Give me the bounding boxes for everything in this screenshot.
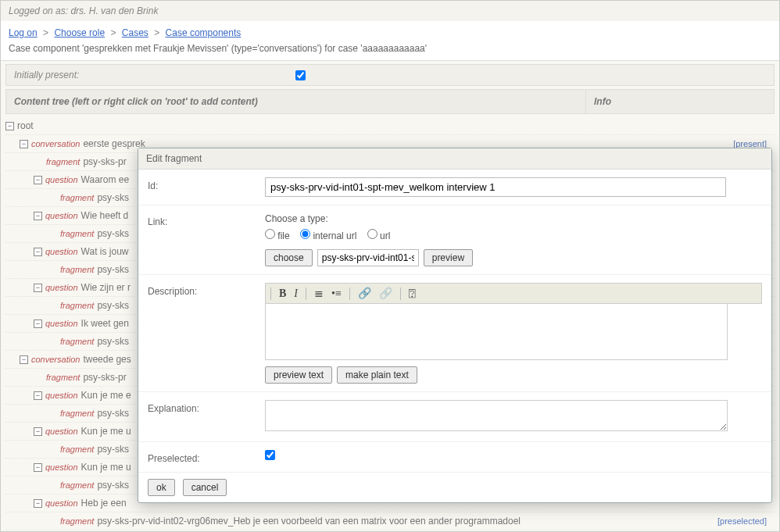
link-value-input[interactable] xyxy=(317,249,419,266)
bc-choose-role[interactable]: Choose role xyxy=(54,27,105,38)
dialog-title: Edit fragment xyxy=(138,148,771,170)
unlink-icon[interactable]: 🔗 xyxy=(379,287,392,300)
italic-icon[interactable]: I xyxy=(294,287,298,300)
description-editor[interactable] xyxy=(265,304,728,360)
collapse-icon[interactable]: − xyxy=(34,427,42,436)
preselected-label: Preselected: xyxy=(148,450,265,464)
collapse-icon[interactable]: − xyxy=(34,212,42,220)
page-subtitle: Case component 'gesprekken met Fraukje M… xyxy=(1,41,779,61)
info-badge: [preselected] xyxy=(717,516,775,526)
form-row-link: Link: Choose a type: file internal url u… xyxy=(138,205,771,275)
collapse-icon[interactable]: − xyxy=(34,248,42,256)
link-label: Link: xyxy=(148,213,265,227)
radio-url-label[interactable]: url xyxy=(367,230,391,241)
form-row-id: Id: xyxy=(138,170,771,205)
form-row-explanation: Explanation: xyxy=(138,392,771,442)
ordered-list-icon[interactable]: ≣ xyxy=(314,287,324,300)
collapse-icon[interactable]: − xyxy=(5,122,14,130)
dialog-button-row: ok cancel xyxy=(138,473,771,502)
bc-cases[interactable]: Cases xyxy=(122,27,148,38)
bc-sep: > xyxy=(43,27,48,38)
explanation-label: Explanation: xyxy=(148,400,265,414)
collapse-icon[interactable]: − xyxy=(34,499,42,508)
bc-case-components[interactable]: Case components xyxy=(166,27,242,38)
form-row-preselected: Preselected: xyxy=(138,442,771,473)
toolbar-sep xyxy=(349,287,350,300)
toolbar-sep xyxy=(270,287,271,300)
toolbar-sep xyxy=(400,287,401,300)
preselected-checkbox[interactable] xyxy=(265,450,275,460)
bc-sep: > xyxy=(154,27,159,38)
collapse-icon[interactable]: − xyxy=(34,176,42,184)
choose-type-label: Choose a type: xyxy=(265,213,762,224)
collapse-icon[interactable]: − xyxy=(34,463,42,472)
make-plain-text-button[interactable]: make plain text xyxy=(337,366,417,384)
tree-root[interactable]: − root xyxy=(5,117,775,135)
bc-sep: > xyxy=(110,27,116,38)
description-label: Description: xyxy=(148,283,265,297)
collapse-icon[interactable]: − xyxy=(34,284,42,292)
login-status: Logged on as: drs. H. van den Brink xyxy=(1,1,779,21)
breadcrumb: Log on > Choose role > Cases > Case comp… xyxy=(1,21,779,41)
preview-text-button[interactable]: preview text xyxy=(265,366,332,384)
radio-internal-label[interactable]: internal url xyxy=(300,230,356,241)
id-label: Id: xyxy=(148,177,265,191)
columns-header: Content tree (left or right click on 'ro… xyxy=(5,89,775,114)
toolbar-sep xyxy=(306,287,306,300)
radio-file-label[interactable]: file xyxy=(265,230,290,241)
collapse-icon[interactable]: − xyxy=(34,391,42,400)
bold-icon[interactable]: B xyxy=(279,287,286,300)
radio-internal-url[interactable] xyxy=(300,229,310,239)
choose-button[interactable]: choose xyxy=(265,249,313,266)
cancel-button[interactable]: cancel xyxy=(183,479,227,496)
explanation-textarea[interactable] xyxy=(265,400,728,431)
initially-present-row: Initially present: xyxy=(5,64,775,86)
initially-present-label: Initially present: xyxy=(14,70,295,80)
form-row-description: Description: B I ≣ •≡ 🔗 🔗 ⍰ preview text… xyxy=(138,275,771,392)
help-icon[interactable]: ⍰ xyxy=(409,287,415,300)
initially-present-checkbox[interactable] xyxy=(295,70,306,80)
rte-toolbar: B I ≣ •≡ 🔗 🔗 ⍰ xyxy=(265,283,762,304)
ok-button[interactable]: ok xyxy=(148,479,175,496)
unordered-list-icon[interactable]: •≡ xyxy=(331,287,342,300)
radio-file[interactable] xyxy=(265,229,275,239)
preview-button[interactable]: preview xyxy=(424,249,473,266)
bc-logon[interactable]: Log on xyxy=(9,27,38,38)
collapse-icon[interactable]: − xyxy=(20,140,28,148)
tree-node[interactable]: fragment psy-sks-prv-vid-int02-vrg06mev_… xyxy=(5,512,775,530)
collapse-icon[interactable]: − xyxy=(34,320,42,328)
link-icon[interactable]: 🔗 xyxy=(358,287,371,300)
edit-fragment-dialog: Edit fragment Id: Link: Choose a type: f… xyxy=(138,148,772,503)
collapse-icon[interactable]: − xyxy=(20,355,28,364)
id-input[interactable] xyxy=(265,177,726,197)
col-info-header: Info xyxy=(586,90,774,113)
radio-url[interactable] xyxy=(367,229,377,239)
col-tree-header: Content tree (left or right click on 'ro… xyxy=(6,90,586,113)
